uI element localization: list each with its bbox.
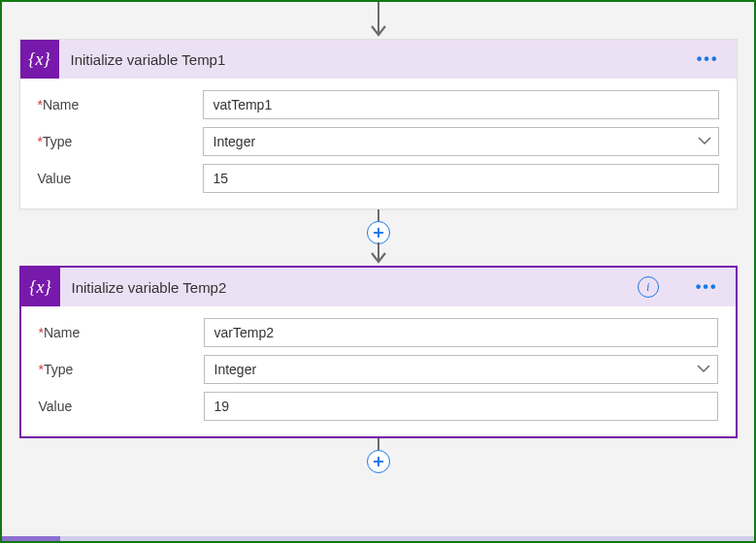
card-header[interactable]: {x} Initialize variable Temp1 •••: [20, 40, 737, 79]
name-input[interactable]: [204, 318, 718, 347]
value-input[interactable]: [204, 392, 718, 421]
card-header[interactable]: {x} Initialize variable Temp2 i •••: [21, 268, 736, 306]
connector-arrow: [367, 209, 390, 266]
flow-canvas: {x} Initialize variable Temp1 ••• *Name …: [2, 2, 754, 471]
action-card-temp1[interactable]: {x} Initialize variable Temp1 ••• *Name …: [19, 39, 738, 209]
variable-icon: {x}: [21, 268, 60, 306]
card-title: Initialize variable Temp1: [71, 51, 681, 68]
type-select[interactable]: [203, 127, 719, 156]
type-row: *Type: [38, 127, 719, 156]
type-row: *Type: [39, 355, 718, 384]
name-row: *Name: [39, 318, 718, 347]
value-row: Value: [39, 392, 718, 421]
add-step-button[interactable]: [367, 450, 390, 473]
value-row: Value: [38, 164, 719, 193]
value-input[interactable]: [203, 164, 719, 193]
value-label: Value: [39, 399, 204, 414]
name-row: *Name: [38, 90, 719, 119]
arrow-down-icon: [371, 252, 386, 266]
connector-arrow: [371, 2, 386, 39]
connector-arrow: [367, 438, 390, 471]
action-card-temp2[interactable]: {x} Initialize variable Temp2 i ••• *Nam…: [19, 266, 738, 438]
name-input[interactable]: [203, 90, 719, 119]
name-label: *Name: [38, 97, 203, 112]
more-menu-button[interactable]: •••: [692, 278, 722, 296]
type-label: *Type: [38, 134, 203, 149]
more-menu-button[interactable]: •••: [693, 50, 723, 68]
card-title: Initialize variable Temp2: [72, 279, 626, 296]
progress-bar: [2, 536, 754, 541]
card-body: *Name *Type Value: [20, 79, 737, 208]
name-label: *Name: [39, 325, 204, 340]
progress-fill: [2, 536, 60, 541]
variable-icon: {x}: [20, 40, 59, 79]
info-button[interactable]: i: [638, 276, 659, 298]
type-label: *Type: [39, 362, 204, 377]
type-select[interactable]: [204, 355, 718, 384]
add-step-button[interactable]: [367, 221, 390, 244]
progress-area: [2, 529, 754, 541]
value-label: Value: [38, 171, 203, 186]
arrow-down-icon: [371, 25, 386, 39]
card-body: *Name *Type Value: [21, 306, 736, 436]
